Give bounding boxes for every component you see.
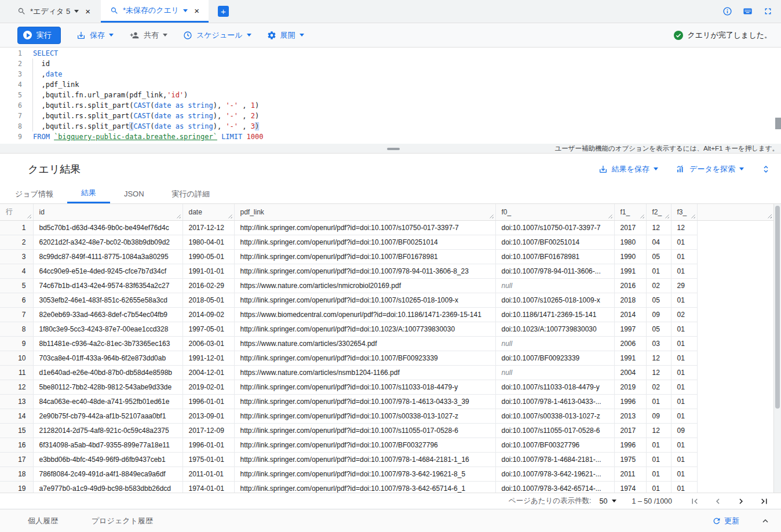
row-number: 19 (0, 481, 33, 493)
cell-pdf-link: http://link.springer.com/openurl/pdf?id=… (234, 293, 495, 307)
results-title: クエリ結果 (28, 162, 81, 176)
results-tab-bar: ジョブ情報 結果 JSON 実行の詳細 (0, 184, 781, 204)
tab-job-info[interactable]: ジョブ情報 (1, 184, 67, 203)
column-resize-handle[interactable] (608, 214, 612, 218)
cell-date: 2013-09-01 (183, 409, 234, 423)
chevron-down-icon (109, 34, 114, 37)
close-icon[interactable]: × (85, 7, 90, 16)
collapse-panel-icon[interactable] (760, 516, 771, 526)
table-row: 98b11481e-c936-4a2c-81ec-3b73365ec163200… (0, 336, 773, 351)
save-results-button[interactable]: 結果を保存 (598, 164, 658, 174)
column-resize-handle[interactable] (767, 214, 772, 218)
column-resize-handle[interactable] (489, 214, 494, 218)
cell-f0: null (495, 278, 614, 293)
query-magnifier-icon (17, 7, 26, 16)
code-token: CAST (133, 101, 150, 110)
tab-execution-details[interactable]: 実行の詳細 (158, 184, 224, 203)
cell-f3: 02 (671, 307, 697, 322)
splitter-drag-handle[interactable] (387, 148, 400, 150)
tab-editor-5[interactable]: *エディタ 5 × (10, 0, 97, 23)
cell-f2: 12 (646, 423, 671, 438)
cell-f0: doi:10.1007/BF00327796 (495, 438, 614, 452)
code-line: 2 id (0, 59, 781, 69)
column-resize-handle[interactable] (228, 214, 232, 218)
column-resize-handle[interactable] (640, 214, 644, 218)
cell-date: 1997-05-01 (183, 322, 234, 336)
table-scrollbar-thumb[interactable] (775, 206, 780, 409)
code-token: CAST (133, 122, 150, 130)
run-button[interactable]: 実行 (17, 27, 61, 44)
cell-f1: 2013 (614, 409, 646, 423)
tab-results[interactable]: 結果 (67, 184, 110, 203)
code-token: , (33, 70, 46, 78)
row-number: 7 (0, 307, 33, 322)
cell-filler (697, 264, 773, 278)
cell-f3: 01 (671, 293, 697, 307)
save-button[interactable]: 保存 (76, 30, 114, 41)
tab-json[interactable]: JSON (110, 184, 158, 203)
chevron-down-icon[interactable] (183, 9, 188, 12)
code-line: 6 ,bqutil.rs.split_part(CAST(date as str… (0, 100, 781, 111)
cell-pdf-link: http://link.springer.com/openurl/pdf?id=… (234, 481, 495, 493)
cell-f3: 12 (671, 220, 697, 235)
header-f0: f0_ (495, 204, 614, 220)
cell-pdf-link: http://link.springer.com/openurl/pdf?id=… (234, 423, 495, 438)
editor-scrollbar[interactable] (775, 118, 781, 129)
close-icon[interactable]: × (194, 6, 199, 15)
per-page-select[interactable]: 50 (600, 497, 617, 505)
query-toolbar: 実行 保存 共有 スケジュール 展開 (0, 23, 781, 48)
code-token: ,bqutil.fn.url_param(pdf_link, (33, 91, 167, 99)
last-page-icon[interactable] (759, 496, 769, 507)
table-row: 17e3bbd06b-4bfc-4549-96f9-d6fb9437ceb119… (0, 452, 773, 467)
cell-f3: 01 (671, 336, 697, 351)
explore-data-button[interactable]: データを探索 (676, 164, 744, 174)
cell-filler (697, 409, 773, 423)
table-scrollbar[interactable] (773, 204, 781, 493)
cell-filler (697, 322, 773, 336)
previous-page-icon[interactable] (713, 496, 723, 507)
personal-history-tab[interactable]: 個人履歴 (28, 516, 58, 526)
fullscreen-icon[interactable] (763, 6, 773, 16)
column-resize-handle[interactable] (27, 214, 31, 218)
gear-icon (267, 31, 276, 40)
cell-filler (697, 220, 773, 235)
refresh-button[interactable]: 更新 (712, 516, 739, 526)
cell-id: 2e90b75f-cb79-442a-af1b-52107aaa0bf1 (33, 409, 183, 423)
cell-f1: 2006 (614, 336, 646, 351)
cell-f0: doi:10.1007/978-3-642-19621-... (495, 467, 614, 481)
sql-editor[interactable]: 1SELECT2 id3 ,date4 ,pdf_link5 ,bqutil.f… (0, 48, 781, 144)
chevron-down-icon (300, 34, 304, 37)
cell-f1: 1990 (614, 249, 646, 264)
column-resize-handle[interactable] (691, 214, 695, 218)
chevron-down-icon (654, 167, 658, 170)
tab-unsaved-query[interactable]: *未保存のクエリ × (101, 0, 209, 23)
new-tab-button[interactable]: + (218, 6, 229, 17)
info-icon[interactable] (722, 6, 732, 16)
cell-f3: 29 (671, 278, 697, 293)
cell-f3: 01 (671, 351, 697, 365)
keyboard-icon[interactable] (742, 6, 753, 16)
cell-f1: 2016 (614, 278, 646, 293)
play-circle-icon (23, 31, 32, 39)
schedule-button[interactable]: スケジュール (183, 30, 251, 41)
cell-f0: doi:10.1007/978-3-642-65714-... (495, 481, 614, 493)
cell-f0: doi:10.1007/s10265-018-1009-x (495, 293, 614, 307)
cell-date: 2006-03-01 (183, 336, 234, 351)
project-history-tab[interactable]: プロジェクト履歴 (92, 516, 153, 526)
expand-button[interactable]: 展開 (267, 30, 304, 41)
cell-id: 786f8084-2c49-491d-a4f1-8849eca9a6df (33, 467, 183, 481)
unfold-icon[interactable] (761, 164, 771, 174)
next-page-icon[interactable] (736, 496, 746, 507)
share-button[interactable]: 共有 (129, 30, 167, 41)
row-number: 10 (0, 351, 33, 365)
cell-id: 82e0eb69-33ad-4663-8def-c7b54ec04fb9 (33, 307, 183, 322)
share-label: 共有 (144, 30, 159, 41)
per-page-value: 50 (600, 497, 608, 505)
cell-f2: 04 (646, 235, 671, 249)
column-resize-handle[interactable] (665, 214, 669, 218)
first-page-icon[interactable] (689, 496, 700, 507)
chevron-down-icon[interactable] (74, 10, 79, 13)
cell-f1: 1974 (614, 481, 646, 493)
header-date: date (183, 204, 234, 220)
column-resize-handle[interactable] (176, 214, 181, 218)
